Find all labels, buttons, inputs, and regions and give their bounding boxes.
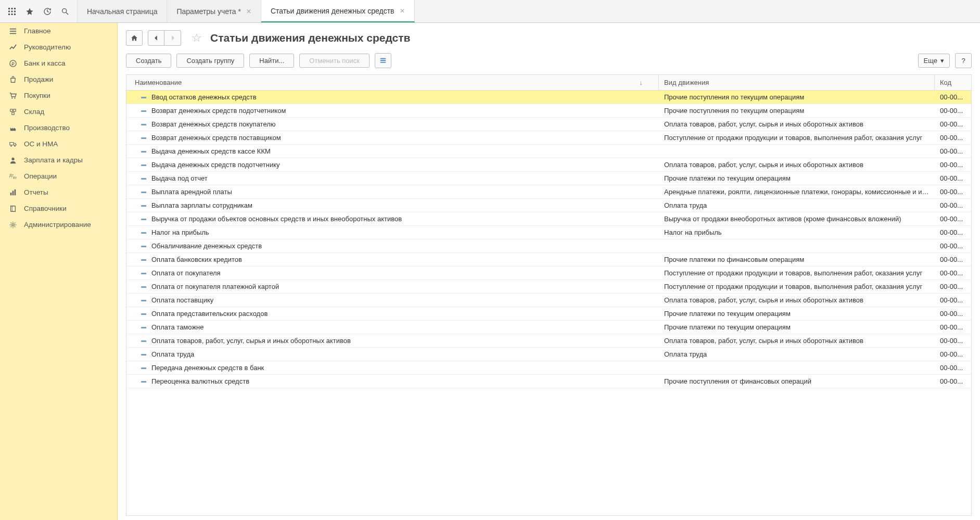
table-row[interactable]: Передача денежных средств в банк00-00... xyxy=(126,361,971,375)
back-button[interactable] xyxy=(148,30,164,46)
cell-code: 00-00... xyxy=(935,172,971,185)
forward-button[interactable] xyxy=(164,30,181,46)
svg-rect-0 xyxy=(8,8,10,9)
cancel-search-button[interactable]: Отменить поиск xyxy=(299,54,370,68)
sidebar-item-0[interactable]: Главное xyxy=(0,23,117,39)
cell-code: 00-00... xyxy=(935,294,971,307)
svg-rect-28 xyxy=(15,189,16,195)
menu-icon xyxy=(8,28,18,35)
sidebar-item-label: ОС и НМА xyxy=(24,140,58,148)
cell-name: Переоценка валютных средств xyxy=(146,375,659,388)
bag-icon xyxy=(8,76,18,83)
table-row[interactable]: Возврат денежных средств подотчетникомПр… xyxy=(126,104,971,118)
table-row[interactable]: Обналичивание денежных средств00-00... xyxy=(126,239,971,253)
cell-type: Оплата товаров, работ, услуг, сырья и ин… xyxy=(659,334,935,347)
column-code[interactable]: Код xyxy=(935,75,971,90)
svg-rect-4 xyxy=(11,10,13,12)
row-icon xyxy=(126,118,146,131)
table-row[interactable]: Возврат денежных средств поставщикомПост… xyxy=(126,131,971,145)
table-row[interactable]: Оплата банковских кредитовПрочие платежи… xyxy=(126,253,971,267)
apps-icon[interactable] xyxy=(3,3,21,20)
row-icon xyxy=(126,239,146,252)
table-row[interactable]: Налог на прибыльНалог на прибыль00-00... xyxy=(126,226,971,239)
cell-code: 00-00... xyxy=(935,280,971,293)
find-button[interactable]: Найти... xyxy=(249,54,294,68)
tab-home[interactable]: Начальная страница xyxy=(77,0,167,22)
cell-name: Выплата зарплаты сотрудникам xyxy=(146,199,659,212)
table-row[interactable]: Оплата таможнеПрочие платежи по текущим … xyxy=(126,321,971,334)
sidebar-item-1[interactable]: Руководителю xyxy=(0,39,117,55)
sidebar-item-2[interactable]: ₽Банк и касса xyxy=(0,55,117,71)
table-row[interactable]: Оплата от покупателя платежной картойПос… xyxy=(126,280,971,294)
table-row[interactable]: Выдача денежных средств кассе ККМ00-00..… xyxy=(126,145,971,158)
svg-point-22 xyxy=(14,145,16,147)
svg-rect-7 xyxy=(11,14,13,15)
table-row[interactable]: Переоценка валютных средствПрочие поступ… xyxy=(126,375,971,388)
sidebar-item-7[interactable]: ОС и НМА xyxy=(0,136,117,152)
close-icon[interactable]: ✕ xyxy=(246,8,251,15)
search-icon[interactable] xyxy=(56,3,74,20)
row-icon xyxy=(126,334,146,347)
table-row[interactable]: Выдача денежных средств подотчетникуОпла… xyxy=(126,158,971,172)
boxes-icon xyxy=(8,108,18,116)
page-title: Статьи движения денежных средств xyxy=(210,32,410,44)
sidebar-item-4[interactable]: Покупки xyxy=(0,87,117,104)
row-icon xyxy=(126,185,146,198)
row-icon xyxy=(126,375,146,388)
favorite-icon[interactable]: ☆ xyxy=(192,31,202,45)
tab-articles[interactable]: Статьи движения денежных средств ✕ xyxy=(261,0,415,22)
table-row[interactable]: Возврат денежных средств покупателюОплат… xyxy=(126,118,971,131)
sidebar-item-8[interactable]: Зарплата и кадры xyxy=(0,152,117,168)
sidebar-item-11[interactable]: Справочники xyxy=(0,200,117,217)
grid: Наименование ↓ Вид движения Код Ввод ост… xyxy=(126,74,972,516)
column-type[interactable]: Вид движения xyxy=(659,75,935,90)
row-icon xyxy=(126,212,146,225)
sidebar-item-5[interactable]: Склад xyxy=(0,104,117,120)
table-row[interactable]: Оплата трудаОплата труда00-00... xyxy=(126,348,971,361)
history-icon[interactable] xyxy=(39,3,56,20)
cell-type: Выручка от продажи внеоборотных активов … xyxy=(659,212,935,225)
sidebar-item-6[interactable]: Производство xyxy=(0,120,117,136)
column-name[interactable]: Наименование ↓ xyxy=(126,75,659,90)
cell-type xyxy=(659,365,935,371)
help-button[interactable]: ? xyxy=(955,53,972,68)
star-icon[interactable] xyxy=(21,3,39,20)
sidebar-item-3[interactable]: Продажи xyxy=(0,71,117,87)
row-icon xyxy=(126,158,146,171)
close-icon[interactable]: ✕ xyxy=(400,7,405,15)
table-row[interactable]: Выплата зарплаты сотрудникамОплата труда… xyxy=(126,199,971,212)
cell-type xyxy=(659,149,935,154)
ops-icon: ДтКт xyxy=(8,173,18,180)
create-group-button[interactable]: Создать группу xyxy=(176,54,244,68)
sort-asc-icon: ↓ xyxy=(640,79,643,86)
cell-code: 00-00... xyxy=(935,145,971,158)
table-row[interactable]: Выплата арендной платыАрендные платежи, … xyxy=(126,185,971,199)
tab-params[interactable]: Параметры учета * ✕ xyxy=(167,0,261,22)
sidebar-item-9[interactable]: ДтКтОперации xyxy=(0,168,117,184)
cell-name: Оплата от покупателя xyxy=(146,267,659,280)
cell-name: Оплата представительских расходов xyxy=(146,307,659,320)
sidebar-item-12[interactable]: Администрирование xyxy=(0,217,117,233)
cell-name: Ввод остатков денежных средств xyxy=(146,91,659,104)
table-row[interactable]: Ввод остатков денежных средствПрочие пос… xyxy=(126,91,971,104)
cell-code: 00-00... xyxy=(935,131,971,144)
grid-header: Наименование ↓ Вид движения Код xyxy=(126,75,971,91)
topbar: Начальная страница Параметры учета * ✕ С… xyxy=(0,0,980,23)
svg-point-30 xyxy=(12,223,14,225)
cell-name: Оплата таможне xyxy=(146,321,659,334)
sidebar-item-10[interactable]: Отчеты xyxy=(0,184,117,200)
table-row[interactable]: Оплата от покупателяПоступление от прода… xyxy=(126,267,971,280)
create-button[interactable]: Создать xyxy=(126,54,171,68)
toolbar: Создать Создать группу Найти... Отменить… xyxy=(118,51,980,74)
table-row[interactable]: Выручка от продажи объектов основных сре… xyxy=(126,212,971,226)
home-button[interactable] xyxy=(126,30,143,46)
table-row[interactable]: Выдача под отчетПрочие платежи по текущи… xyxy=(126,172,971,185)
svg-point-23 xyxy=(11,157,14,160)
list-mode-button[interactable] xyxy=(375,53,391,68)
table-row[interactable]: Оплата представительских расходовПрочие … xyxy=(126,307,971,321)
table-row[interactable]: Оплата товаров, работ, услуг, сырья и ин… xyxy=(126,334,971,348)
more-button[interactable]: Еще ▾ xyxy=(918,54,950,68)
table-row[interactable]: Оплата поставщикуОплата товаров, работ, … xyxy=(126,294,971,307)
cell-code: 00-00... xyxy=(935,226,971,239)
svg-text:₽: ₽ xyxy=(11,61,15,66)
